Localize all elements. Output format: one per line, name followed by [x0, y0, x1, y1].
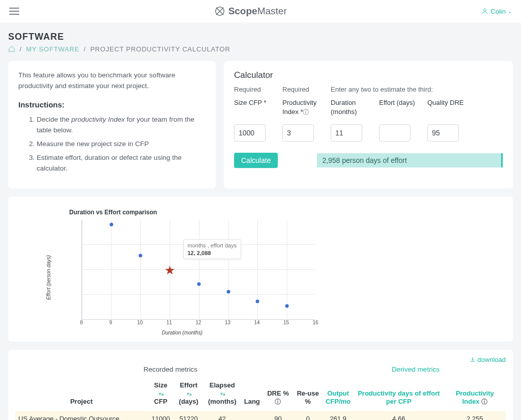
- intro-card: This feature allows you to benchmark you…: [8, 61, 216, 188]
- page-header: SOFTWARE / MY SOFTWARE / PROJECT PRODUCT…: [0, 22, 521, 58]
- chart-xtick: 11: [166, 320, 172, 325]
- chart-point[interactable]: [197, 283, 201, 286]
- chart-xtick: 13: [225, 320, 230, 325]
- th-size[interactable]: Size ▾▴CFP: [148, 378, 174, 411]
- cell-size: 11000: [148, 411, 174, 420]
- chart-xtick: 9: [109, 320, 112, 325]
- brand-icon: [214, 6, 225, 17]
- effort-input[interactable]: [379, 124, 411, 142]
- brand-logo[interactable]: ScopeMaster: [214, 6, 287, 17]
- chart-xtick: 14: [254, 320, 259, 325]
- chart-xtick: 10: [137, 320, 142, 325]
- th-output[interactable]: OutputCFP/mo: [323, 378, 354, 411]
- info-icon: ⓘ: [481, 398, 487, 405]
- group-recorded: Recorded metrics: [15, 366, 326, 373]
- cell-output: 261.9: [323, 411, 354, 420]
- user-name: Colin: [490, 8, 506, 15]
- chart-card: Duration vs Effort comparison Effort (pe…: [8, 197, 513, 342]
- required-label: Required: [282, 85, 331, 98]
- any-two-label: Enter any two to estimate the third:: [331, 85, 476, 98]
- instruction-step: Estimate effort, duration or defect rate…: [37, 153, 206, 174]
- quality-input[interactable]: [427, 124, 459, 142]
- page-title: SOFTWARE: [8, 32, 513, 42]
- th-pindex[interactable]: Productivity Index ⓘ: [444, 378, 506, 411]
- chart-point[interactable]: [109, 223, 113, 227]
- chart-point[interactable]: [285, 304, 288, 307]
- brand-light: Master: [257, 6, 287, 16]
- breadcrumb: / MY SOFTWARE / PROJECT PRODUCTIVITY CAL…: [8, 45, 513, 53]
- th-project[interactable]: Project: [15, 378, 148, 411]
- pi-label: Productivity Index *ⓘ: [282, 98, 331, 124]
- project-name: US Average - Domestic Outsource: [18, 415, 144, 420]
- sort-icon: ▾▴: [187, 391, 192, 397]
- sort-icon: ▾▴: [220, 391, 225, 397]
- chart-xticks: 8910111213141516: [81, 320, 315, 327]
- intro-text: This feature allows you to benchmark you…: [18, 70, 206, 92]
- cell-lang: [241, 411, 263, 420]
- chart-point[interactable]: [256, 299, 259, 303]
- calculator-card: Calculator Required Required Enter any t…: [224, 61, 513, 188]
- quality-label: Quality DRE: [427, 98, 476, 124]
- chart-plot[interactable]: ★months , effort days12, 2,088: [81, 220, 315, 320]
- cell-pindex: 2.255: [444, 411, 506, 420]
- metrics-table: Project Size ▾▴CFP Effort ▾▴(days) Elaps…: [15, 378, 506, 420]
- sort-icon: ▾▴: [159, 391, 164, 397]
- breadcrumb-my-software[interactable]: MY SOFTWARE: [26, 45, 79, 53]
- chart-xtick: 12: [195, 320, 201, 325]
- chart-tooltip: months , effort days12, 2,088: [183, 239, 241, 259]
- duration-input[interactable]: [331, 124, 362, 142]
- chart-xtick: 8: [80, 320, 83, 325]
- home-icon: [8, 45, 15, 52]
- duration-label: Duration (months): [331, 98, 379, 124]
- th-dre[interactable]: DRE % ⓘ: [263, 378, 293, 411]
- chart-xtick: 16: [312, 320, 318, 325]
- chart-highlight-star[interactable]: ★: [164, 264, 176, 276]
- pi-input[interactable]: [282, 124, 314, 142]
- info-icon: ⓘ: [275, 398, 281, 405]
- th-reuse[interactable]: Re-use %: [293, 378, 323, 411]
- cell-elapsed: 42: [204, 411, 241, 420]
- user-menu[interactable]: Colin ⌄: [481, 8, 512, 15]
- table-row[interactable]: US Average - Domestic Outsource 10,000 F…: [15, 411, 506, 420]
- chart-ylabel: Effort (person days): [46, 255, 51, 300]
- calc-result: 2,958 person days of effort: [317, 153, 503, 167]
- info-icon[interactable]: ⓘ: [303, 108, 309, 116]
- chevron-down-icon: ⌄: [508, 9, 512, 14]
- size-label: Size CFP *: [234, 98, 282, 124]
- cell-pdays: 4.66: [354, 411, 444, 420]
- effort-label: Effort (days): [379, 98, 427, 124]
- group-derived: Derived metrics: [326, 366, 506, 373]
- th-elapsed[interactable]: Elapsed ▾▴(months): [204, 378, 241, 411]
- brand-strong: Scope: [228, 6, 257, 16]
- svg-point-1: [484, 9, 486, 11]
- size-input[interactable]: [234, 124, 266, 142]
- th-lang[interactable]: Lang: [241, 378, 263, 411]
- breadcrumb-home[interactable]: [8, 45, 17, 53]
- instruction-step: Measure the new project size in CFP: [37, 139, 206, 150]
- topbar: ScopeMaster Colin ⌄: [0, 0, 521, 22]
- cell-effort: 51220: [174, 411, 204, 420]
- th-effort[interactable]: Effort ▾▴(days): [174, 378, 204, 411]
- download-link[interactable]: download: [470, 356, 506, 363]
- download-icon: [470, 356, 476, 362]
- chart-title: Duration vs Effort comparison: [69, 209, 501, 216]
- required-label: Required: [234, 85, 282, 98]
- cell-dre: 90: [263, 411, 293, 420]
- calculate-button[interactable]: Calculate: [234, 153, 278, 168]
- calculator-heading: Calculator: [234, 70, 503, 80]
- instructions-heading: Instructions:: [18, 99, 206, 110]
- cell-reuse: 0: [293, 411, 323, 420]
- chart-xlabel: Duration (months): [50, 330, 314, 335]
- chart-point[interactable]: [226, 290, 230, 293]
- metrics-table-card: download Recorded metrics Derived metric…: [8, 350, 513, 420]
- breadcrumb-current: PROJECT PRODUCTIVITY CALCULATOR: [90, 45, 230, 53]
- chart-point[interactable]: [139, 254, 142, 258]
- instruction-step: Decide the productivity Index for your t…: [37, 115, 206, 136]
- hamburger-menu[interactable]: [9, 8, 19, 15]
- th-pdays[interactable]: Productivity days of effort per CFP: [354, 378, 444, 411]
- chart-xtick: 15: [283, 320, 289, 325]
- user-icon: [481, 8, 488, 15]
